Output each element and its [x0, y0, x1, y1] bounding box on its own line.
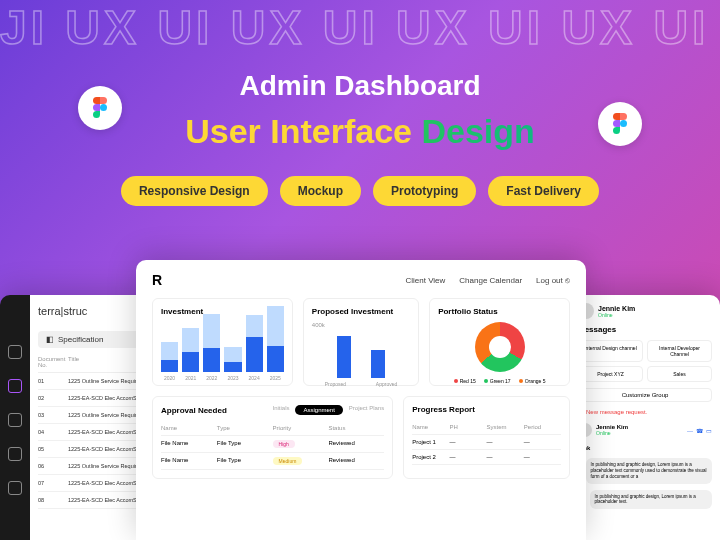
proposed-card: Proposed Investment 400k ProposedApprove… — [303, 298, 419, 386]
dots-icon[interactable]: ⋯ — [687, 427, 693, 434]
table-row[interactable]: File NameFile TypeMediumReviewed — [161, 453, 384, 470]
pill-responsive: Responsive Design — [121, 176, 268, 206]
user-icon[interactable] — [8, 447, 22, 461]
pill-prototyping: Prototyping — [373, 176, 476, 206]
progress-row[interactable]: Project 2——— — [412, 450, 561, 465]
channel-project[interactable]: Project XYZ — [578, 366, 643, 382]
approval-card: Approval Needed Initials Assignment Proj… — [152, 396, 393, 479]
new-message-alert: ✉New message request. — [578, 408, 712, 415]
phone-icon[interactable]: ☎ — [696, 427, 703, 434]
donut-chart — [475, 322, 525, 372]
channel-dev[interactable]: Internal Developer Channel — [647, 340, 712, 362]
channel-sales[interactable]: Sales — [647, 366, 712, 382]
hero-subtitle: User Interface Design — [0, 112, 720, 151]
tab-plans[interactable]: Project Plans — [349, 405, 384, 415]
hero-title: Admin Dashboard — [0, 70, 720, 102]
tab-assignment[interactable]: Assignment — [295, 405, 342, 415]
logout-link[interactable]: Log out ⎋ — [536, 276, 570, 285]
hero: Admin Dashboard User Interface Design Re… — [0, 0, 720, 206]
center-window: R Client View Change Calendar Log out ⎋ … — [136, 260, 586, 540]
change-calendar-link[interactable]: Change Calendar — [459, 276, 522, 285]
progress-row[interactable]: Project 1——— — [412, 435, 561, 450]
investment-card: Investment 202020212022202320242025 — [152, 298, 293, 386]
client-view-link[interactable]: Client View — [405, 276, 445, 285]
video-icon[interactable]: ▭ — [706, 427, 712, 434]
pill-delivery: Fast Delivery — [488, 176, 599, 206]
chat-bubble: In publishing and graphic design, Lorem … — [590, 490, 712, 510]
pill-mockup: Mockup — [280, 176, 361, 206]
portfolio-card: Portfolio Status Red 15Green 17Orange 5 — [429, 298, 570, 386]
customize-group-button[interactable]: Customize Group — [578, 388, 712, 402]
progress-card: Progress Report NamePHSystemPeriod Proje… — [403, 396, 570, 479]
spec-icon: ◧ — [46, 335, 54, 344]
settings-icon[interactable] — [8, 481, 22, 495]
chat-item[interactable]: Jennie KimOnline ⋯☎▭ — [578, 419, 712, 441]
mockup-area: terra|struc ◧ Specification Document No.… — [0, 240, 720, 540]
logout-icon: ⎋ — [565, 276, 570, 285]
table-row[interactable]: File NameFile TypeHighReviewed — [161, 436, 384, 453]
bell-icon[interactable] — [8, 413, 22, 427]
home-icon[interactable] — [8, 345, 22, 359]
channel-design[interactable]: Internal Design channel — [578, 340, 643, 362]
feature-pills: Responsive Design Mockup Prototyping Fas… — [0, 176, 720, 206]
left-nav — [0, 295, 30, 540]
r-logo: R — [152, 272, 162, 288]
grid-icon[interactable] — [8, 379, 22, 393]
chat-bubble: In publishing and graphic design, Lorem … — [586, 458, 712, 484]
right-window: Jennie Kim Online Messages Internal Desi… — [570, 295, 720, 540]
tab-initials[interactable]: Initials — [272, 405, 289, 415]
